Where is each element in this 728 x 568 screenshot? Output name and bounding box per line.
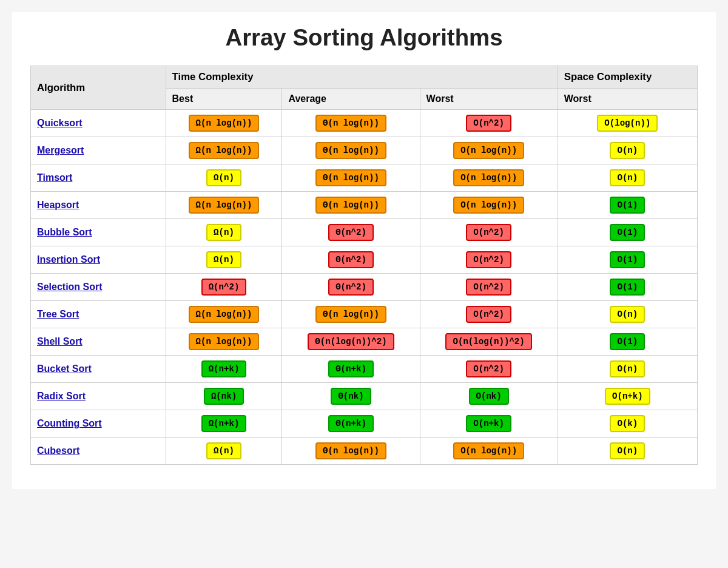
worst-time-badge: O(n^2) (466, 279, 511, 296)
worst-time-badge: O(n^2) (466, 251, 511, 268)
table-row: Selection SortΩ(n^2)Θ(n^2)O(n^2)O(1) (31, 274, 698, 301)
header-algorithm: Algorithm (31, 66, 166, 110)
average-cell: Θ(n log(n)) (282, 192, 420, 219)
worst-time-badge: O(n log(n)) (453, 442, 524, 459)
average-cell: Θ(n^2) (282, 219, 420, 246)
best-badge: Ω(n+k) (201, 360, 247, 377)
header-space-complexity: Space Complexity (558, 66, 697, 89)
algo-link[interactable]: Mergesort (37, 145, 84, 155)
space-cell: O(1) (558, 192, 697, 219)
worst-time-badge: O(nk) (469, 388, 509, 405)
space-cell: O(n) (558, 164, 697, 192)
sub-header-best: Best (166, 89, 282, 110)
best-cell: Ω(n) (166, 164, 282, 192)
space-cell: O(n) (558, 356, 697, 383)
best-badge: Ω(n) (206, 169, 241, 186)
space-cell: O(n) (558, 301, 697, 328)
average-cell: Θ(n^2) (282, 274, 420, 301)
average-badge: Θ(nk) (331, 388, 371, 405)
worst-time-cell: O(n(log(n))^2) (420, 328, 558, 356)
algo-link[interactable]: Insertion Sort (37, 254, 100, 265)
worst-time-cell: O(n log(n)) (420, 192, 558, 219)
space-cell: O(1) (558, 274, 697, 301)
best-cell: Ω(n log(n)) (166, 328, 282, 356)
average-cell: Θ(n+k) (282, 410, 420, 438)
worst-time-badge: O(n(log(n))^2) (445, 333, 531, 350)
algo-link[interactable]: Shell Sort (37, 336, 83, 347)
table-row: QuicksortΩ(n log(n))Θ(n log(n))O(n^2)O(l… (31, 110, 698, 137)
space-cell: O(n) (558, 137, 697, 164)
worst-time-badge: O(n^2) (466, 115, 511, 132)
worst-time-badge: O(n log(n)) (453, 142, 524, 159)
space-badge: O(n) (610, 169, 645, 186)
sub-header-average: Average (282, 89, 420, 110)
average-cell: Θ(n log(n)) (282, 438, 420, 465)
average-badge: Θ(n^2) (328, 279, 374, 296)
algo-link[interactable]: Counting Sort (37, 418, 102, 428)
best-badge: Ω(n) (206, 224, 241, 241)
space-badge: O(n) (610, 360, 645, 377)
average-cell: Θ(n log(n)) (282, 164, 420, 192)
table-row: TimsortΩ(n)Θ(n log(n))O(n log(n))O(n) (31, 164, 698, 192)
algo-link[interactable]: Bucket Sort (37, 363, 92, 374)
space-cell: O(1) (558, 328, 697, 356)
best-cell: Ω(nk) (166, 383, 282, 410)
best-cell: Ω(n log(n)) (166, 137, 282, 164)
space-cell: O(n) (558, 438, 697, 465)
worst-time-cell: O(nk) (420, 383, 558, 410)
average-cell: Θ(n log(n)) (282, 110, 420, 137)
best-badge: Ω(n log(n)) (189, 306, 260, 323)
space-badge: O(1) (610, 197, 645, 214)
best-badge: Ω(n) (206, 251, 241, 268)
average-badge: Θ(n log(n)) (315, 142, 386, 159)
space-badge: O(1) (610, 279, 645, 296)
table-row: Shell SortΩ(n log(n))Θ(n(log(n))^2)O(n(l… (31, 328, 698, 356)
best-cell: Ω(n log(n)) (166, 192, 282, 219)
space-cell: O(n+k) (558, 383, 697, 410)
average-cell: Θ(nk) (282, 383, 420, 410)
algo-link[interactable]: Quicksort (37, 118, 83, 128)
best-badge: Ω(n) (206, 442, 241, 459)
worst-time-badge: O(n^2) (466, 360, 511, 377)
worst-time-badge: O(n log(n)) (453, 169, 524, 186)
algo-link[interactable]: Tree Sort (37, 309, 79, 319)
space-badge: O(1) (610, 224, 645, 241)
table-row: Insertion SortΩ(n)Θ(n^2)O(n^2)O(1) (31, 246, 698, 274)
best-badge: Ω(n log(n)) (189, 333, 260, 350)
average-badge: Θ(n+k) (328, 415, 374, 432)
algo-link[interactable]: Heapsort (37, 200, 79, 210)
algo-link[interactable]: Cubesort (37, 445, 79, 456)
algo-link[interactable]: Timsort (37, 172, 72, 183)
worst-time-cell: O(n^2) (420, 219, 558, 246)
algo-link[interactable]: Bubble Sort (37, 227, 92, 237)
algo-link[interactable]: Selection Sort (37, 282, 103, 292)
worst-time-badge: O(n^2) (466, 224, 511, 241)
space-badge: O(n) (610, 442, 645, 459)
average-cell: Θ(n log(n)) (282, 137, 420, 164)
worst-time-badge: O(n+k) (466, 415, 511, 432)
average-badge: Θ(n^2) (328, 251, 374, 268)
average-badge: Θ(n log(n)) (315, 115, 386, 132)
best-badge: Ω(n log(n)) (189, 197, 260, 214)
space-badge: O(1) (610, 251, 645, 268)
sorting-table: Algorithm Time Complexity Space Complexi… (30, 66, 698, 465)
table-row: Counting SortΩ(n+k)Θ(n+k)O(n+k)O(k) (31, 410, 698, 438)
average-cell: Θ(n log(n)) (282, 301, 420, 328)
table-row: Tree SortΩ(n log(n))Θ(n log(n))O(n^2)O(n… (31, 301, 698, 328)
best-badge: Ω(n+k) (201, 415, 247, 432)
worst-time-cell: O(n^2) (420, 246, 558, 274)
best-cell: Ω(n) (166, 246, 282, 274)
worst-time-badge: O(n^2) (466, 306, 511, 323)
worst-time-cell: O(n^2) (420, 356, 558, 383)
best-badge: Ω(n log(n)) (189, 115, 260, 132)
table-row: Bucket SortΩ(n+k)Θ(n+k)O(n^2)O(n) (31, 356, 698, 383)
worst-time-cell: O(n^2) (420, 274, 558, 301)
space-badge: O(1) (610, 333, 645, 350)
average-badge: Θ(n(log(n))^2) (308, 333, 394, 350)
best-cell: Ω(n^2) (166, 274, 282, 301)
algo-link[interactable]: Radix Sort (37, 391, 86, 401)
worst-time-cell: O(n log(n)) (420, 164, 558, 192)
average-badge: Θ(n+k) (328, 360, 374, 377)
space-badge: O(n) (610, 306, 645, 323)
worst-time-cell: O(n^2) (420, 301, 558, 328)
